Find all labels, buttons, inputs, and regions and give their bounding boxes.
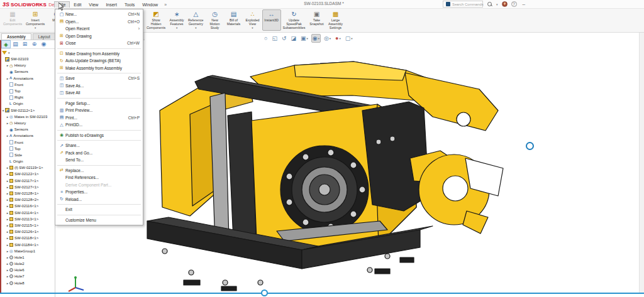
- dropdown-caret-icon[interactable]: ▾: [339, 37, 340, 40]
- cm-button-large-assembly-settings[interactable]: ▩Large Assembly Settings: [326, 9, 345, 31]
- tree-item-top[interactable]: Top: [0, 146, 55, 152]
- view-orientation-icon[interactable]: ▣▾: [299, 34, 309, 43]
- zoom-area-icon[interactable]: ◱: [270, 34, 279, 43]
- task-pane-edge[interactable]: [639, 9, 644, 293]
- dropdown-caret-icon[interactable]: ▾: [35, 26, 36, 30]
- display-style-icon[interactable]: ◉▾: [311, 34, 321, 43]
- displaymanager-tab-icon[interactable]: ◉: [39, 40, 48, 48]
- tree-item-origin[interactable]: LOrigin: [0, 100, 55, 107]
- tree-item-history[interactable]: ▸◷History: [0, 62, 55, 68]
- file-menu-item-print3d[interactable]: △Print3D...: [55, 121, 143, 129]
- menu-window[interactable]: Window: [138, 2, 162, 8]
- view-settings-icon[interactable]: ▢▾: [344, 34, 354, 43]
- dropdown-caret-icon[interactable]: ▾: [330, 37, 331, 40]
- tree-item-sw-02118-1[interactable]: ▸SW-02118<1>: [0, 235, 55, 241]
- filter-funnel-icon[interactable]: [2, 51, 7, 55]
- tree-item-sw-02128-1[interactable]: ▸SW-02128<1>: [0, 190, 55, 197]
- tree-item-sw-02103[interactable]: SW-02103: [0, 56, 55, 62]
- tree-item-side[interactable]: Side: [0, 152, 55, 158]
- tree-item-hole7[interactable]: ▸Hole7: [0, 273, 55, 279]
- tree-item-sensors[interactable]: ◉Sensors: [0, 68, 55, 75]
- file-menu-item-publish-to-edrawings[interactable]: ◉Publish to eDrawings: [55, 132, 143, 139]
- cm-button-instant3d[interactable]: ↔Instant3D: [262, 9, 281, 31]
- video-playhead[interactable]: [261, 289, 268, 296]
- tree-item-f-sw-02119-1[interactable]: ▸(f) SW-02119<1>: [0, 165, 55, 171]
- cm-button-exploded-view[interactable]: ∴Exploded View▾: [243, 9, 262, 31]
- file-menu-item-reload[interactable]: ↻Reload...: [55, 196, 143, 203]
- video-progress-bar[interactable]: [0, 293, 644, 294]
- file-menu-item-send-to[interactable]: Send To...: [55, 156, 143, 164]
- file-menu-item-save-as[interactable]: ◫Save As...: [55, 82, 143, 90]
- file-menu-item-customize-menu[interactable]: Customize Menu: [55, 217, 143, 224]
- tab-assembly[interactable]: Assembly: [1, 33, 31, 40]
- cm-button-insert-components[interactable]: ⊞Insert Components▾: [24, 9, 47, 31]
- help-button[interactable]: ?: [511, 1, 517, 7]
- tree-item-sw-02114-1[interactable]: ▸SW-02114<1>: [0, 210, 55, 216]
- file-menu-item-print[interactable]: ▤Print...Ctrl+P: [55, 114, 143, 122]
- tree-item-sw-02122-1[interactable]: ▸SW-02122<1>: [0, 171, 55, 177]
- dropdown-caret-icon[interactable]: ▾: [176, 26, 177, 30]
- tree-item-annotations[interactable]: ▸AAnnotations: [0, 132, 55, 139]
- file-menu-item-make-drawing-from-assembly[interactable]: ⊡Make Drawing from Assembly: [55, 50, 143, 58]
- tree-item-front[interactable]: Front: [0, 82, 55, 88]
- tree-item-hole1[interactable]: ▸Hole1: [0, 254, 55, 261]
- tree-item-sw-02128-2[interactable]: ▸SW-02128<2>: [0, 197, 55, 203]
- menu-pin-icon[interactable]: »: [162, 3, 169, 7]
- tree-item-sw-02117-1[interactable]: ▸SW-02117<1>: [0, 178, 55, 184]
- file-menu-item-find-references[interactable]: Find References...: [55, 174, 143, 181]
- file-menu-item-open-recent[interactable]: Open Recent›: [55, 25, 143, 33]
- tree-item-front[interactable]: Front: [0, 139, 55, 145]
- file-menu-item-open-drawing[interactable]: ⊞Open Drawing: [55, 33, 143, 40]
- dropdown-caret-icon[interactable]: ▾: [318, 37, 319, 40]
- tree-item-hole6[interactable]: ▸Hole6: [0, 267, 55, 273]
- tree-item-sw-02112-1[interactable]: ▾SW-02112<1>: [0, 107, 55, 114]
- tree-item-history[interactable]: ▸◷History: [0, 120, 55, 126]
- file-menu-item-make-assembly-from-assembly[interactable]: ⊞Make Assembly from Assembly: [55, 65, 143, 72]
- tree-item-sensors[interactable]: ◉Sensors: [0, 126, 55, 132]
- file-menu-item-save-all[interactable]: ◫Save All: [55, 89, 143, 97]
- tree-item-mategroup1[interactable]: ▸◎MateGroup1: [0, 248, 55, 254]
- search-commands-box[interactable]: Search Commands: [443, 1, 483, 8]
- file-menu-item-close[interactable]: ⊠CloseCtrl+W: [55, 40, 143, 47]
- graphics-viewport[interactable]: ○◱↺◪▣▾◉▾◎▾●▾▢▾: [55, 33, 644, 297]
- section-view-icon[interactable]: ◪: [290, 34, 298, 43]
- menu-edit[interactable]: Edit: [70, 2, 85, 8]
- cm-button-show-hidden-components[interactable]: ◩Show Hidden Components: [145, 9, 167, 31]
- search-caret-icon[interactable]: ▾: [496, 3, 498, 6]
- tree-item-sw-01184-1[interactable]: ▸SW-01184<1>: [0, 241, 55, 247]
- cm-button-bill-of-materials[interactable]: ▤Bill of Materials: [225, 9, 243, 31]
- file-menu-item-save[interactable]: ◫SaveCtrl+S: [55, 75, 143, 82]
- tree-item-sw-02126-1[interactable]: ▸SW-02126<1>: [0, 229, 55, 235]
- propertymanager-tab-icon[interactable]: ▤: [11, 40, 20, 48]
- dropdown-caret-icon[interactable]: ▾: [195, 26, 196, 30]
- file-menu-item-replace[interactable]: ⇄Replace...: [55, 167, 143, 175]
- minimize-button[interactable]: –: [521, 1, 527, 7]
- menu-insert[interactable]: Insert: [102, 2, 121, 8]
- cm-button-new-motion-study[interactable]: ◷New Motion Study: [206, 9, 225, 31]
- file-menu-item-open[interactable]: ▤Open...Ctrl+O: [55, 18, 143, 26]
- menu-tools[interactable]: Tools: [121, 2, 138, 8]
- previous-view-icon[interactable]: ↺: [280, 34, 288, 43]
- tree-item-mates-in-sw-02103[interactable]: ▸◎Mates in SW-02103: [0, 114, 55, 120]
- tree-item-hole2[interactable]: ▸Hole2: [0, 261, 55, 267]
- hide-show-items-icon[interactable]: ◎▾: [323, 34, 332, 43]
- edit-appearance-icon[interactable]: ●▾: [334, 34, 342, 43]
- file-menu-item-new[interactable]: ▢New...Ctrl+N: [55, 11, 143, 18]
- cm-button-reference-geometry[interactable]: △Reference Geometry▾: [186, 9, 205, 31]
- file-menu-item-properties[interactable]: ≡Properties...: [55, 188, 143, 196]
- dropdown-caret-icon[interactable]: ▾: [307, 37, 308, 40]
- dropdown-caret-icon[interactable]: ▾: [351, 37, 352, 40]
- dropdown-caret-icon[interactable]: ▾: [252, 26, 253, 30]
- cm-button-take-snapshot[interactable]: ▣Take Snapshot: [307, 9, 326, 31]
- file-menu-item-page-setup[interactable]: Page Setup...: [55, 100, 143, 107]
- cm-button-assembly-features[interactable]: ∗Assembly Features▾: [167, 9, 186, 31]
- search-icon[interactable]: [487, 1, 492, 7]
- cm-button-update-speedpak-subassemblies[interactable]: ↻Update SpeedPak Subassemblies: [281, 9, 308, 31]
- file-menu-item-pack-and-go[interactable]: ⇗Pack and Go...: [55, 149, 143, 157]
- file-menu-item-auto-update-drawings-beta[interactable]: ↻Auto-Update Drawings (BETA): [55, 57, 143, 65]
- tree-item-sw-02116-1[interactable]: ▸SW-02116<1>: [0, 203, 55, 209]
- tree-item-top[interactable]: Top: [0, 88, 55, 94]
- tree-item-annotations[interactable]: ▸AAnnotations: [0, 75, 55, 82]
- file-menu-item-print-preview[interactable]: ▥Print Preview...: [55, 107, 143, 114]
- dimxpertmanager-tab-icon[interactable]: ⊕: [30, 40, 39, 48]
